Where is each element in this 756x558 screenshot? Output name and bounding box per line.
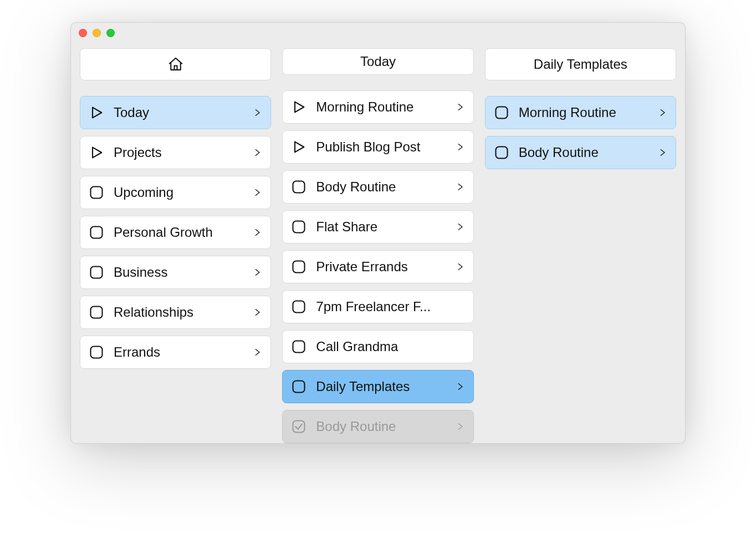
columns: Today Projects Upcoming [71,43,685,443]
list-item-label: Call Grandma [316,339,445,354]
chevron-right-icon [454,99,466,115]
list-item-morning-routine[interactable]: Morning Routine [282,90,473,124]
chevron-right-icon [252,145,263,160]
list-item-label: Flat Share [316,219,445,235]
list-item-personal-growth[interactable]: Personal Growth [80,216,271,249]
list-item-label: Business [114,265,243,280]
svg-rect-4 [91,267,103,278]
list-item-label: Body Routine [519,145,648,160]
checkbox-icon [88,305,105,320]
column-home: Today Projects Upcoming [80,48,271,443]
list-item-label: 7pm Freelancer F... [316,299,445,314]
list-item-label: Relationships [114,305,243,320]
chevron-right-icon [454,379,466,394]
column-header-label: Today [360,54,396,69]
play-icon [290,99,307,115]
svg-rect-14 [293,381,305,393]
chevron-right-icon [252,225,263,240]
checkbox-icon [290,379,307,394]
list-item-label: Today [114,105,243,120]
list-item-label: Errands [114,344,243,360]
checkbox-icon [88,185,105,200]
svg-rect-5 [91,307,103,318]
svg-rect-10 [293,221,305,233]
minimize-icon[interactable] [93,29,101,37]
list-item-label: Publish Blog Post [316,139,445,155]
chevron-right-icon [252,185,263,200]
column-today: Today Morning Routine Publish Blog Post [282,48,473,443]
column-header-daily-templates[interactable]: Daily Templates [485,48,676,80]
svg-rect-6 [91,347,103,358]
list-item-today[interactable]: Today [80,96,271,129]
chevron-right-icon [454,219,466,235]
list-item-freelancer[interactable]: 7pm Freelancer F... [282,290,473,323]
svg-rect-2 [91,187,103,199]
checkbox-icon [88,225,105,240]
column-header-home[interactable] [80,48,271,80]
chevron-right-icon [454,139,466,155]
svg-marker-8 [295,142,304,153]
checkbox-icon [290,259,307,275]
svg-rect-12 [293,301,305,313]
column-daily-templates: Daily Templates Morning Routine Body Rou… [485,48,676,443]
titlebar [71,23,685,43]
list-item-business[interactable]: Business [80,256,271,289]
list-item-label: Projects [114,145,243,160]
list-today: Morning Routine Publish Blog Post Body R… [282,90,473,443]
svg-marker-7 [295,102,304,113]
svg-rect-17 [496,147,507,159]
list-item-label: Morning Routine [519,105,648,120]
list-item-flat-share[interactable]: Flat Share [282,210,473,244]
chevron-right-icon [454,419,466,434]
list-item-morning-routine-template[interactable]: Morning Routine [485,96,676,129]
checkbox-icon [493,145,510,160]
list-item-label: Body Routine [316,179,445,195]
list-item-body-routine-done[interactable]: Body Routine [282,410,473,443]
list-item-call-grandma[interactable]: Call Grandma [282,330,473,363]
list-item-label: Morning Routine [316,99,445,115]
svg-marker-1 [93,148,101,158]
play-icon [290,139,307,155]
chevron-right-icon [252,305,263,320]
svg-rect-13 [293,341,305,353]
checkbox-icon [88,265,105,280]
checkbox-icon [290,179,307,195]
close-icon[interactable] [79,29,87,37]
checkbox-icon [290,219,307,235]
list-item-errands[interactable]: Errands [80,336,271,369]
list-home: Today Projects Upcoming [80,96,271,369]
list-item-label: Body Routine [316,419,445,434]
checkbox-icon [290,299,307,314]
list-item-label: Daily Templates [316,379,445,394]
chevron-right-icon [252,344,263,360]
chevron-right-icon [657,145,668,160]
list-item-private-errands[interactable]: Private Errands [282,250,473,283]
svg-marker-0 [93,108,101,118]
list-item-daily-templates[interactable]: Daily Templates [282,370,473,403]
column-header-today[interactable]: Today [282,48,473,75]
zoom-icon[interactable] [106,29,115,37]
play-icon [88,105,105,120]
list-item-body-routine[interactable]: Body Routine [282,170,473,204]
chevron-right-icon [657,105,668,120]
list-item-projects[interactable]: Projects [80,136,271,169]
list-item-label: Personal Growth [114,225,243,240]
play-icon [88,145,105,160]
list-daily-templates: Morning Routine Body Routine [485,96,676,169]
list-item-label: Private Errands [316,259,445,275]
svg-rect-16 [496,107,507,119]
list-item-publish-blog-post[interactable]: Publish Blog Post [282,130,473,164]
chevron-right-icon [252,105,263,120]
svg-rect-15 [293,421,305,433]
app-window: Today Projects Upcoming [70,22,686,444]
chevron-right-icon [454,179,466,195]
checkbox-icon [493,105,510,120]
list-item-label: Upcoming [114,185,243,200]
svg-rect-9 [293,181,305,193]
checkbox-checked-icon [290,419,307,434]
column-header-label: Daily Templates [534,57,627,72]
checkbox-icon [88,344,105,360]
list-item-upcoming[interactable]: Upcoming [80,176,271,209]
list-item-body-routine-template[interactable]: Body Routine [485,136,676,169]
list-item-relationships[interactable]: Relationships [80,296,271,329]
